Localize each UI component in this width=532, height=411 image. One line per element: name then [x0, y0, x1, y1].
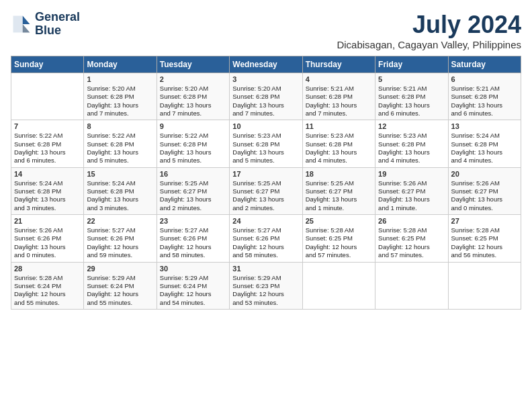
day-number: 17 [232, 170, 299, 178]
month-title: July 2024 [337, 11, 521, 39]
weekday-header: Thursday [302, 56, 375, 73]
calendar-cell: 27Sunrise: 5:28 AM Sunset: 6:25 PM Dayli… [448, 215, 521, 262]
calendar-cell: 10Sunrise: 5:23 AM Sunset: 6:28 PM Dayli… [230, 120, 302, 167]
day-number: 28 [14, 265, 81, 273]
day-number: 14 [14, 170, 81, 178]
weekday-header: Friday [375, 56, 448, 73]
weekday-header: Tuesday [157, 56, 229, 73]
calendar-cell: 1Sunrise: 5:20 AM Sunset: 6:28 PM Daylig… [84, 73, 157, 120]
day-number: 19 [378, 170, 445, 178]
day-number: 31 [232, 265, 299, 273]
cell-data: Sunrise: 5:21 AM Sunset: 6:28 PM Dayligh… [378, 85, 445, 118]
cell-data: Sunrise: 5:26 AM Sunset: 6:27 PM Dayligh… [451, 179, 518, 212]
calendar-cell: 5Sunrise: 5:21 AM Sunset: 6:28 PM Daylig… [375, 73, 448, 120]
cell-data: Sunrise: 5:25 AM Sunset: 6:27 PM Dayligh… [306, 179, 372, 212]
day-number: 7 [14, 122, 81, 130]
cell-data: Sunrise: 5:24 AM Sunset: 6:28 PM Dayligh… [14, 179, 81, 212]
cell-data: Sunrise: 5:27 AM Sunset: 6:26 PM Dayligh… [87, 226, 153, 259]
day-number: 25 [306, 217, 372, 225]
calendar-cell: 3Sunrise: 5:20 AM Sunset: 6:28 PM Daylig… [230, 73, 302, 120]
calendar-cell: 20Sunrise: 5:26 AM Sunset: 6:27 PM Dayli… [448, 167, 521, 214]
cell-data: Sunrise: 5:22 AM Sunset: 6:28 PM Dayligh… [87, 132, 153, 165]
day-number: 1 [87, 75, 153, 83]
day-number: 20 [451, 170, 518, 178]
svg-marker-0 [23, 15, 30, 24]
day-number: 29 [87, 265, 153, 273]
day-number: 9 [160, 122, 226, 130]
day-number: 15 [87, 170, 153, 178]
calendar-cell: 31Sunrise: 5:29 AM Sunset: 6:23 PM Dayli… [230, 262, 302, 309]
logo-text: General Blue [35, 11, 80, 38]
calendar-cell: 17Sunrise: 5:25 AM Sunset: 6:27 PM Dayli… [230, 167, 302, 214]
cell-data: Sunrise: 5:27 AM Sunset: 6:26 PM Dayligh… [232, 226, 299, 259]
cell-data: Sunrise: 5:29 AM Sunset: 6:23 PM Dayligh… [232, 274, 299, 307]
calendar-cell: 23Sunrise: 5:27 AM Sunset: 6:26 PM Dayli… [157, 215, 229, 262]
calendar-table: SundayMondayTuesdayWednesdayThursdayFrid… [11, 56, 521, 310]
calendar-cell: 24Sunrise: 5:27 AM Sunset: 6:26 PM Dayli… [230, 215, 302, 262]
calendar-cell: 16Sunrise: 5:25 AM Sunset: 6:27 PM Dayli… [157, 167, 229, 214]
calendar-cell: 19Sunrise: 5:26 AM Sunset: 6:27 PM Dayli… [375, 167, 448, 214]
calendar-cell: 6Sunrise: 5:21 AM Sunset: 6:28 PM Daylig… [448, 73, 521, 120]
day-number: 18 [306, 170, 372, 178]
calendar-cell: 4Sunrise: 5:21 AM Sunset: 6:28 PM Daylig… [302, 73, 375, 120]
calendar-cell: 2Sunrise: 5:20 AM Sunset: 6:28 PM Daylig… [157, 73, 229, 120]
cell-data: Sunrise: 5:22 AM Sunset: 6:28 PM Dayligh… [14, 132, 81, 165]
day-number: 30 [160, 265, 226, 273]
cell-data: Sunrise: 5:28 AM Sunset: 6:25 PM Dayligh… [306, 226, 372, 259]
calendar-cell: 30Sunrise: 5:29 AM Sunset: 6:24 PM Dayli… [157, 262, 229, 309]
location-title: Dicabisagan, Cagayan Valley, Philippines [337, 39, 521, 50]
calendar-cell [11, 73, 84, 120]
day-number: 6 [451, 75, 518, 83]
day-number: 2 [160, 75, 226, 83]
cell-data: Sunrise: 5:23 AM Sunset: 6:28 PM Dayligh… [378, 132, 445, 165]
cell-data: Sunrise: 5:21 AM Sunset: 6:28 PM Dayligh… [451, 85, 518, 118]
cell-data: Sunrise: 5:21 AM Sunset: 6:28 PM Dayligh… [306, 85, 372, 118]
day-number: 3 [232, 75, 299, 83]
page-header: General Blue July 2024 Dicabisagan, Caga… [11, 11, 521, 50]
cell-data: Sunrise: 5:20 AM Sunset: 6:28 PM Dayligh… [160, 85, 226, 118]
svg-rect-2 [13, 15, 23, 32]
calendar-header: SundayMondayTuesdayWednesdayThursdayFrid… [11, 56, 521, 73]
calendar-cell [375, 262, 448, 309]
calendar-cell: 26Sunrise: 5:28 AM Sunset: 6:25 PM Dayli… [375, 215, 448, 262]
weekday-header: Sunday [11, 56, 84, 73]
day-number: 10 [232, 122, 299, 130]
weekday-header: Monday [84, 56, 157, 73]
cell-data: Sunrise: 5:20 AM Sunset: 6:28 PM Dayligh… [87, 85, 153, 118]
cell-data: Sunrise: 5:20 AM Sunset: 6:28 PM Dayligh… [232, 85, 299, 118]
cell-data: Sunrise: 5:26 AM Sunset: 6:26 PM Dayligh… [14, 226, 81, 259]
day-number: 5 [378, 75, 445, 83]
calendar-cell: 11Sunrise: 5:23 AM Sunset: 6:28 PM Dayli… [302, 120, 375, 167]
weekday-header: Saturday [448, 56, 521, 73]
day-number: 24 [232, 217, 299, 225]
logo: General Blue [11, 11, 80, 38]
calendar-cell [448, 262, 521, 309]
logo-icon [11, 13, 32, 35]
day-number: 11 [306, 122, 372, 130]
cell-data: Sunrise: 5:28 AM Sunset: 6:25 PM Dayligh… [378, 226, 445, 259]
cell-data: Sunrise: 5:28 AM Sunset: 6:25 PM Dayligh… [451, 226, 518, 259]
calendar-cell: 12Sunrise: 5:23 AM Sunset: 6:28 PM Dayli… [375, 120, 448, 167]
day-number: 13 [451, 122, 518, 130]
svg-marker-1 [23, 24, 30, 32]
calendar-cell: 21Sunrise: 5:26 AM Sunset: 6:26 PM Dayli… [11, 215, 84, 262]
calendar-cell: 28Sunrise: 5:28 AM Sunset: 6:24 PM Dayli… [11, 262, 84, 309]
cell-data: Sunrise: 5:29 AM Sunset: 6:24 PM Dayligh… [87, 274, 153, 307]
day-number: 22 [87, 217, 153, 225]
weekday-header: Wednesday [230, 56, 302, 73]
cell-data: Sunrise: 5:27 AM Sunset: 6:26 PM Dayligh… [160, 226, 226, 259]
day-number: 23 [160, 217, 226, 225]
cell-data: Sunrise: 5:22 AM Sunset: 6:28 PM Dayligh… [160, 132, 226, 165]
calendar-cell: 13Sunrise: 5:24 AM Sunset: 6:28 PM Dayli… [448, 120, 521, 167]
cell-data: Sunrise: 5:25 AM Sunset: 6:27 PM Dayligh… [232, 179, 299, 212]
calendar-cell: 22Sunrise: 5:27 AM Sunset: 6:26 PM Dayli… [84, 215, 157, 262]
cell-data: Sunrise: 5:24 AM Sunset: 6:28 PM Dayligh… [451, 132, 518, 165]
calendar-cell: 9Sunrise: 5:22 AM Sunset: 6:28 PM Daylig… [157, 120, 229, 167]
cell-data: Sunrise: 5:23 AM Sunset: 6:28 PM Dayligh… [232, 132, 299, 165]
calendar-cell: 15Sunrise: 5:24 AM Sunset: 6:28 PM Dayli… [84, 167, 157, 214]
calendar-cell: 25Sunrise: 5:28 AM Sunset: 6:25 PM Dayli… [302, 215, 375, 262]
day-number: 21 [14, 217, 81, 225]
calendar-cell: 18Sunrise: 5:25 AM Sunset: 6:27 PM Dayli… [302, 167, 375, 214]
day-number: 16 [160, 170, 226, 178]
cell-data: Sunrise: 5:29 AM Sunset: 6:24 PM Dayligh… [160, 274, 226, 307]
